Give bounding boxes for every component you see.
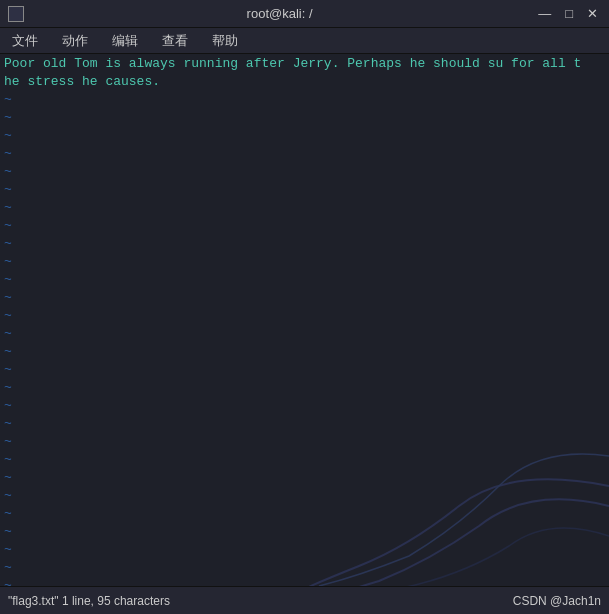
editor-content: Poor old Tom is always running after Jer… [0, 54, 609, 586]
statusbar-fileinfo: "flag3.txt" 1 line, 95 characters [8, 594, 170, 608]
tilde-line-24: ~ [0, 506, 609, 524]
tilde-line-8: ~ [0, 218, 609, 236]
app-icon [8, 6, 24, 22]
tilde-line-22: ~ [0, 470, 609, 488]
tilde-line-15: ~ [0, 344, 609, 362]
tilde-line-21: ~ [0, 452, 609, 470]
tilde-line-4: ~ [0, 146, 609, 164]
close-button[interactable]: ✕ [584, 6, 601, 21]
titlebar: root@kali: / — □ ✕ [0, 0, 609, 28]
tilde-line-9: ~ [0, 236, 609, 254]
tilde-line-28: ~ [0, 578, 609, 586]
window-title: root@kali: / [24, 6, 535, 21]
menu-action[interactable]: 动作 [58, 30, 92, 52]
maximize-button[interactable]: □ [562, 6, 576, 21]
tilde-line-13: ~ [0, 308, 609, 326]
menubar: 文件 动作 编辑 查看 帮助 [0, 28, 609, 54]
tilde-line-27: ~ [0, 560, 609, 578]
statusbar: "flag3.txt" 1 line, 95 characters CSDN @… [0, 586, 609, 614]
tilde-line-18: ~ [0, 398, 609, 416]
tilde-line-1: ~ [0, 92, 609, 110]
tilde-line-26: ~ [0, 542, 609, 560]
tilde-line-20: ~ [0, 434, 609, 452]
window-controls: — □ ✕ [535, 6, 601, 21]
line-1-text: Poor old Tom is always running after Jer… [4, 56, 581, 71]
menu-help[interactable]: 帮助 [208, 30, 242, 52]
statusbar-brand: CSDN @Jach1n [513, 594, 601, 608]
tilde-line-25: ~ [0, 524, 609, 542]
menu-file[interactable]: 文件 [8, 30, 42, 52]
tilde-line-10: ~ [0, 254, 609, 272]
tilde-line-7: ~ [0, 200, 609, 218]
tilde-line-5: ~ [0, 164, 609, 182]
tilde-line-6: ~ [0, 182, 609, 200]
tilde-line-3: ~ [0, 128, 609, 146]
tilde-line-11: ~ [0, 272, 609, 290]
tilde-line-16: ~ [0, 362, 609, 380]
tilde-line-23: ~ [0, 488, 609, 506]
tilde-line-19: ~ [0, 416, 609, 434]
editor-line-2: he stress he causes. [0, 74, 609, 92]
minimize-button[interactable]: — [535, 6, 554, 21]
tilde-line-17: ~ [0, 380, 609, 398]
menu-edit[interactable]: 编辑 [108, 30, 142, 52]
tilde-line-12: ~ [0, 290, 609, 308]
tilde-line-2: ~ [0, 110, 609, 128]
menu-view[interactable]: 查看 [158, 30, 192, 52]
editor-area: Poor old Tom is always running after Jer… [0, 54, 609, 586]
line-2-text: he stress he causes. [4, 74, 160, 89]
editor-line-1: Poor old Tom is always running after Jer… [0, 56, 609, 74]
tilde-line-14: ~ [0, 326, 609, 344]
